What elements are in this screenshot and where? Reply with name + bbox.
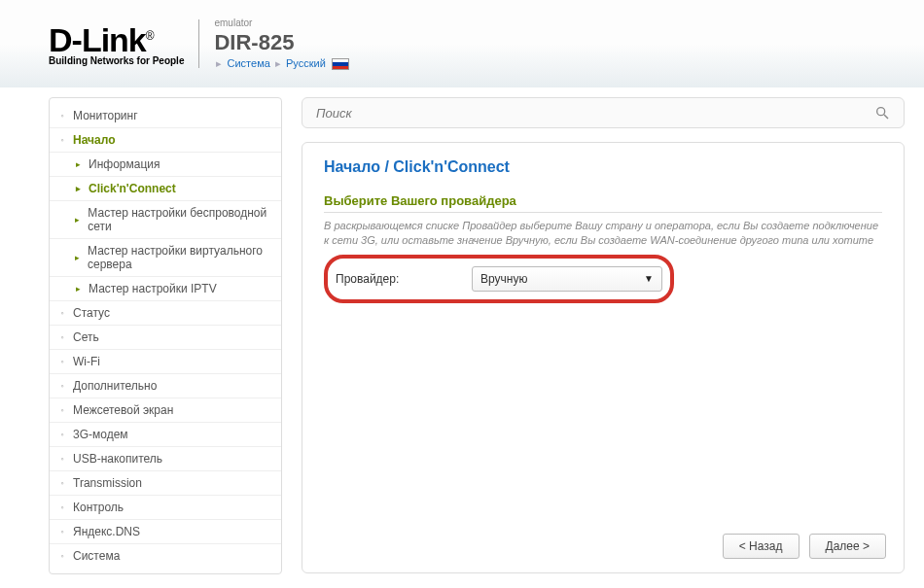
flag-ru-icon [332,58,349,70]
provider-select-value: Вручную [480,272,527,286]
provider-label: Провайдер: [336,272,472,286]
provider-field-highlight: Провайдер: Вручную ▼ [324,255,674,303]
sidebar-item-label: Информация [89,157,160,171]
bullet-icon: ◦ [59,553,65,559]
bullet-icon: ◦ [59,310,65,316]
sidebar-item[interactable]: ◦Wi-Fi [50,350,281,374]
sidebar-item-label: Система [73,549,120,563]
content-panel: Начало / Click'n'Connect Выберите Вашего… [302,142,905,573]
sidebar-item-label: Начало [73,133,115,147]
sidebar-item[interactable]: ◦Яндекс.DNS [50,520,281,544]
sidebar-item-label: Мониторинг [73,109,138,122]
chevron-right-icon: ▸ [75,161,81,167]
bullet-icon: ◦ [59,359,65,364]
caret-down-icon: ▼ [644,273,654,284]
next-button[interactable]: Далее > [809,534,887,559]
sidebar-item-label: Статус [73,306,110,320]
sidebar-item-label: Click'n'Connect [89,182,176,195]
bullet-icon: ◦ [59,432,65,437]
search-icon[interactable] [874,105,890,121]
sidebar-item[interactable]: ◦Transmission [50,471,281,496]
sidebar-item[interactable]: ▸Мастер настройки беспроводной сети [50,201,281,239]
sidebar-item[interactable]: ◦Дополнительно [50,374,281,398]
divider [198,19,199,68]
sidebar-item[interactable]: ◦USB-накопитель [50,447,281,471]
brand-logo: D-Link® [49,21,184,59]
sidebar-item-label: USB-накопитель [73,452,162,466]
svg-line-1 [884,115,888,119]
wizard-buttons: < Назад Далее > [723,534,886,559]
sidebar-item[interactable]: ◦3G-модем [50,423,281,447]
sidebar-item[interactable]: ◦Мониторинг [50,104,281,128]
model-name: DIR-825 [214,30,348,55]
sidebar-item-label: Дополнительно [73,379,157,393]
bullet-icon: ◦ [59,407,65,413]
sidebar-item[interactable]: ◦Контроль [50,496,281,520]
sidebar-item[interactable]: ◦Межсетевой экран [50,398,281,423]
sidebar-item-label: Wi-Fi [73,355,100,368]
bullet-icon: ◦ [59,456,65,462]
sidebar-item-label: Мастер настройки беспроводной сети [88,206,271,233]
sidebar-item-label: Мастер настройки виртуального сервера [88,244,271,271]
chevron-right-icon: ▸ [75,186,81,191]
header: D-Link® Building Networks for People emu… [0,0,924,87]
header-breadcrumbs: ▸ Система ▸ Русский [214,57,348,70]
model-block: emulator DIR-825 ▸ Система ▸ Русский [214,17,348,70]
brand-tagline: Building Networks for People [49,55,184,66]
sidebar-item-label: Transmission [73,476,142,490]
chevron-right-icon: ▸ [275,57,281,69]
bullet-icon: ◦ [59,137,65,143]
logo-block: D-Link® Building Networks for People [49,21,184,66]
sidebar-item-label: Межсетевой экран [73,403,173,417]
section-hint: В раскрывающемся списке Провайдер выбери… [324,219,882,249]
bullet-icon: ◦ [59,383,65,389]
bullet-icon: ◦ [59,334,65,340]
search-bar [302,97,905,128]
main-area: Начало / Click'n'Connect Выберите Вашего… [302,97,905,573]
sidebar-item[interactable]: ◦Статус [50,301,281,326]
section-title: Выберите Вашего провайдера [324,193,882,213]
sidebar-item[interactable]: ▸Информация [50,153,281,177]
sidebar-item-label: Мастер настройки IPTV [89,282,217,295]
sidebar-item-label: Сеть [73,330,99,344]
chevron-right-icon: ▸ [75,286,81,292]
search-input[interactable] [316,106,874,121]
page-title: Начало / Click'n'Connect [324,158,882,176]
sidebar-item[interactable]: ◦Начало [50,128,281,153]
sidebar-item[interactable]: ▸Click'n'Connect [50,177,281,201]
bullet-icon: ◦ [59,504,65,510]
svg-point-0 [877,108,885,116]
crumb-language[interactable]: Русский [286,57,326,69]
emulator-label: emulator [214,17,348,28]
sidebar-item[interactable]: ◦Система [50,544,281,568]
provider-select[interactable]: Вручную ▼ [472,266,662,292]
bullet-icon: ◦ [59,113,65,119]
chevron-right-icon: ▸ [75,217,80,223]
sidebar-item[interactable]: ▸Мастер настройки IPTV [50,277,281,301]
sidebar-item-label: Яндекс.DNS [73,525,140,538]
sidebar-nav: ◦Мониторинг◦Начало▸Информация▸Click'n'Co… [49,97,282,574]
sidebar-item-label: 3G-модем [73,428,128,441]
chevron-right-icon: ▸ [216,57,222,69]
sidebar-item-label: Контроль [73,501,124,514]
back-button[interactable]: < Назад [723,534,800,559]
crumb-system[interactable]: Система [228,57,270,69]
bullet-icon: ◦ [59,529,65,535]
sidebar-item[interactable]: ▸Мастер настройки виртуального сервера [50,239,281,277]
sidebar-item[interactable]: ◦Сеть [50,326,281,350]
bullet-icon: ◦ [59,480,65,486]
chevron-right-icon: ▸ [75,255,80,260]
